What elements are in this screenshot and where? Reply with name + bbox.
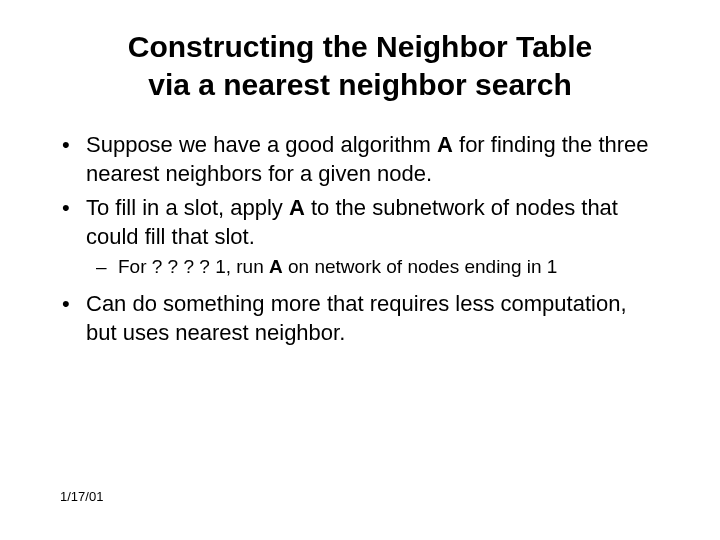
sub-bullet-1-pre: For ? ? ? ? 1, run	[118, 256, 269, 277]
algorithm-symbol: A	[437, 132, 453, 157]
footer-date: 1/17/01	[60, 489, 103, 504]
bullet-1: Suppose we have a good algorithm A for f…	[60, 131, 660, 188]
bullet-3-text: Can do something more that requires less…	[86, 291, 627, 345]
sub-bullet-1-post: on network of nodes ending in 1	[283, 256, 558, 277]
bullet-3: Can do something more that requires less…	[60, 290, 660, 347]
bullet-list: Suppose we have a good algorithm A for f…	[60, 131, 660, 347]
sub-bullet-list: For ? ? ? ? 1, run A on network of nodes…	[86, 255, 660, 280]
bullet-1-pre: Suppose we have a good algorithm	[86, 132, 437, 157]
title-line-2: via a nearest neighbor search	[148, 68, 572, 101]
slide: Constructing the Neighbor Table via a ne…	[0, 0, 720, 540]
algorithm-symbol: A	[269, 256, 283, 277]
bullet-2-pre: To fill in a slot, apply	[86, 195, 289, 220]
bullet-2: To fill in a slot, apply A to the subnet…	[60, 194, 660, 280]
sub-bullet-1: For ? ? ? ? 1, run A on network of nodes…	[92, 255, 660, 280]
slide-title: Constructing the Neighbor Table via a ne…	[60, 28, 660, 103]
algorithm-symbol: A	[289, 195, 305, 220]
title-line-1: Constructing the Neighbor Table	[128, 30, 592, 63]
